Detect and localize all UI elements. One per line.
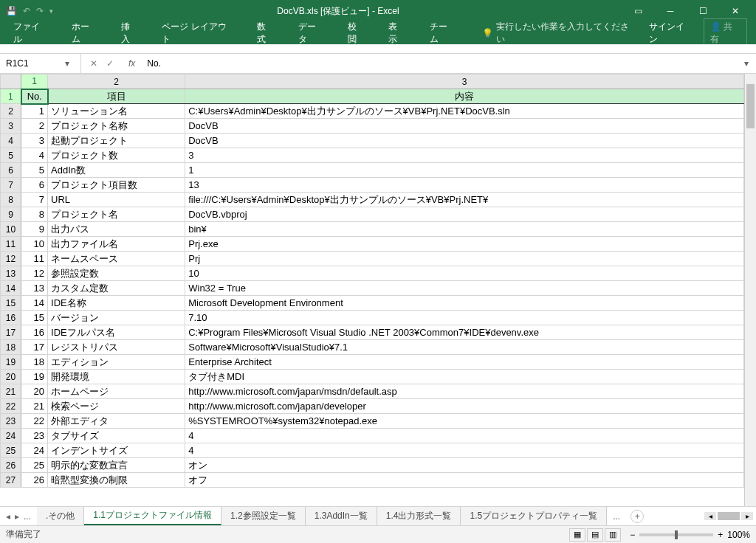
row-header[interactable]: 18: [1, 340, 21, 355]
row-header[interactable]: 11: [1, 237, 21, 252]
cell[interactable]: 3: [21, 134, 48, 148]
cell[interactable]: 外部エディタ: [48, 414, 185, 429]
row-header[interactable]: 5: [1, 148, 21, 163]
cell[interactable]: 9: [21, 222, 48, 237]
zoom-out-button[interactable]: −: [630, 530, 635, 540]
enter-formula-icon[interactable]: ✓: [106, 58, 114, 69]
row-header[interactable]: 16: [1, 311, 21, 325]
cell[interactable]: file:///C:¥Users¥Admin¥Desktop¥出力サンプルのソー…: [185, 193, 744, 207]
cell[interactable]: 参照設定数: [48, 266, 185, 281]
cell[interactable]: DocVB.vbproj: [185, 207, 744, 222]
redo-icon[interactable]: ↷: [36, 6, 44, 16]
cell[interactable]: プロジェクト項目数: [48, 178, 185, 193]
cell[interactable]: ソリューション名: [48, 104, 185, 119]
row-header[interactable]: 9: [1, 207, 21, 222]
worksheet-grid[interactable]: 1 2 3 1No.項目内容21ソリューション名C:¥Users¥Admin¥D…: [0, 74, 744, 488]
row-header[interactable]: 2: [1, 104, 21, 119]
cell[interactable]: 22: [21, 414, 48, 429]
cell[interactable]: 5: [21, 163, 48, 178]
sheet-tabs-more[interactable]: ...: [607, 511, 626, 522]
sheet-nav-first-icon[interactable]: ◂: [6, 511, 10, 522]
cell[interactable]: エディション: [48, 355, 185, 370]
row-header[interactable]: 10: [1, 222, 21, 237]
cell[interactable]: 14: [21, 296, 48, 311]
cell[interactable]: C:¥Program Files¥Microsoft Visual Studio…: [185, 325, 744, 340]
sheet-tab[interactable]: 1.5プロジェクトプロパティ一覧: [461, 507, 607, 525]
hscroll-left-icon[interactable]: ◂: [704, 512, 716, 520]
cell[interactable]: IDE名称: [48, 296, 185, 311]
cell[interactable]: 20: [21, 384, 48, 399]
cell[interactable]: 検索ページ: [48, 399, 185, 414]
row-header[interactable]: 6: [1, 163, 21, 178]
row-header[interactable]: 14: [1, 281, 21, 296]
undo-icon[interactable]: ↶: [23, 6, 30, 16]
cell[interactable]: 12: [21, 266, 48, 281]
cell[interactable]: カスタム定数: [48, 281, 185, 296]
cancel-formula-icon[interactable]: ✕: [90, 58, 97, 69]
cell[interactable]: ネームスペース: [48, 252, 185, 266]
sheet-tab[interactable]: 1.1プロジェクトファイル情報: [84, 507, 221, 525]
cell[interactable]: 1: [185, 163, 744, 178]
zoom-slider[interactable]: [639, 533, 713, 536]
select-all-corner[interactable]: [1, 75, 21, 89]
formula-input[interactable]: [141, 58, 737, 69]
minimize-icon[interactable]: ─: [656, 6, 685, 16]
save-icon[interactable]: 💾: [6, 6, 17, 16]
cell[interactable]: 開発環境: [48, 370, 185, 384]
cell[interactable]: URL: [48, 193, 185, 207]
cell[interactable]: プロジェクト数: [48, 148, 185, 163]
cell[interactable]: 15: [21, 311, 48, 325]
cell[interactable]: プロジェクト名称: [48, 119, 185, 134]
row-header[interactable]: 7: [1, 178, 21, 193]
cell[interactable]: 1: [21, 104, 48, 119]
cell[interactable]: バージョン: [48, 311, 185, 325]
cell[interactable]: 6: [21, 178, 48, 193]
cell[interactable]: Prj: [185, 252, 744, 266]
row-header[interactable]: 1: [1, 89, 21, 104]
cell[interactable]: 11: [21, 252, 48, 266]
row-header[interactable]: 25: [1, 443, 21, 458]
row-header[interactable]: 13: [1, 266, 21, 281]
name-box-dropdown-icon[interactable]: ▾: [65, 58, 69, 69]
formula-expand-icon[interactable]: ▾: [737, 58, 756, 69]
row-header[interactable]: 15: [1, 296, 21, 311]
name-box[interactable]: ▾: [0, 54, 81, 73]
sheet-nav-more[interactable]: ...: [24, 511, 31, 522]
maximize-icon[interactable]: ☐: [688, 6, 718, 16]
qat-dropdown-icon[interactable]: ▾: [49, 7, 53, 15]
cell[interactable]: プロジェクト名: [48, 207, 185, 222]
view-pagebreak-icon[interactable]: ▥: [605, 528, 621, 542]
fx-icon[interactable]: fx: [123, 58, 141, 69]
cell[interactable]: 出力パス: [48, 222, 185, 237]
cell[interactable]: 13: [185, 178, 744, 193]
row-header[interactable]: 26: [1, 458, 21, 473]
cell[interactable]: Software¥Microsoft¥VisualStudio¥7.1: [185, 340, 744, 355]
cell[interactable]: 3: [185, 148, 744, 163]
cell[interactable]: Prj.exe: [185, 237, 744, 252]
cell[interactable]: C:¥Users¥Admin¥Desktop¥出力サンプルのソース¥VB¥Prj…: [185, 104, 744, 119]
cell[interactable]: 17: [21, 340, 48, 355]
cell[interactable]: タブサイズ: [48, 429, 185, 443]
signin-link[interactable]: サインイン: [649, 21, 692, 46]
cell[interactable]: インデントサイズ: [48, 443, 185, 458]
hscroll-thumb[interactable]: [718, 512, 740, 520]
cell[interactable]: 起動プロジェクト: [48, 134, 185, 148]
row-header[interactable]: 8: [1, 193, 21, 207]
cell[interactable]: DocVB: [185, 119, 744, 134]
cell[interactable]: 10: [185, 266, 744, 281]
cell[interactable]: Win32 = True: [185, 281, 744, 296]
cell[interactable]: 10: [21, 237, 48, 252]
cell[interactable]: 8: [21, 207, 48, 222]
row-header[interactable]: 3: [1, 119, 21, 134]
cell[interactable]: http://www.microsoft.com/japan/msdn/defa…: [185, 384, 744, 399]
cell[interactable]: 26: [21, 473, 48, 488]
cell[interactable]: 13: [21, 281, 48, 296]
share-button[interactable]: 👤 共有: [704, 18, 747, 48]
cell[interactable]: タブ付きMDI: [185, 370, 744, 384]
cell[interactable]: %SYSTEMROOT%¥system32¥notepad.exe: [185, 414, 744, 429]
row-header[interactable]: 19: [1, 355, 21, 370]
ribbon-options-icon[interactable]: ▭: [623, 6, 653, 16]
cell[interactable]: http://www.microsoft.com/japan/developer: [185, 399, 744, 414]
view-normal-icon[interactable]: ▦: [569, 528, 585, 542]
new-sheet-button[interactable]: +: [630, 510, 644, 523]
